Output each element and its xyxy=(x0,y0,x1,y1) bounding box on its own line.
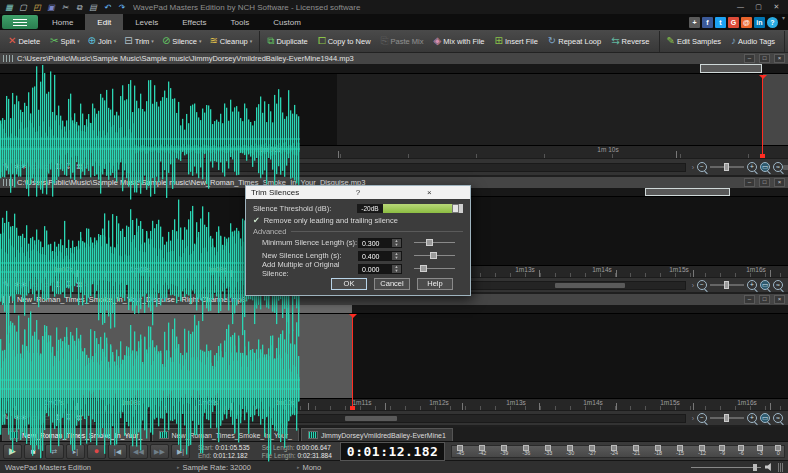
track-close-button[interactable]: × xyxy=(774,178,785,187)
minimize-button[interactable]: — xyxy=(732,1,749,13)
new-file-icon[interactable]: ▢ xyxy=(17,2,29,13)
dialog-title-bar[interactable]: Trim Silences ? × xyxy=(246,186,470,199)
spin-down-icon[interactable]: ▼ xyxy=(392,243,401,247)
ribbon-tab[interactable]: Edit xyxy=(85,14,123,30)
toolbar-button[interactable]: ▤ Regions ▾ xyxy=(784,31,788,52)
toolbar-button[interactable]: ◈ Mix with File xyxy=(430,31,491,52)
zoom-out-button[interactable]: − xyxy=(697,280,707,290)
ribbon-tab[interactable]: Levels xyxy=(123,14,170,30)
playhead-cursor[interactable] xyxy=(352,314,353,410)
dialog-help-icon[interactable]: ? xyxy=(322,188,393,197)
volume-slider[interactable] xyxy=(691,467,761,468)
scroll-right-arrow[interactable]: › xyxy=(692,281,694,290)
track-minimize-button[interactable]: – xyxy=(744,295,755,304)
paste-icon[interactable]: ▤ xyxy=(87,2,99,13)
toolbar-button[interactable]: ⎘ Paste Mix xyxy=(377,31,430,52)
zoom-selection-button[interactable]: ▭ xyxy=(760,162,770,172)
copy-icon[interactable]: ⧉ xyxy=(73,2,85,13)
ribbon-tab[interactable]: Tools xyxy=(219,14,262,30)
zoom-out-button[interactable]: − xyxy=(697,162,707,172)
scroll-right-arrow[interactable]: › xyxy=(692,163,694,172)
ribbon-tab[interactable]: Custom xyxy=(261,14,313,30)
toolbar-button[interactable]: ♪ Audio Tags xyxy=(727,31,781,52)
toolbar-button[interactable]: ↻ Repeat Loop xyxy=(544,31,607,52)
overview-window-indicator[interactable] xyxy=(700,64,762,73)
scrollbar-thumb[interactable] xyxy=(345,416,397,421)
speaker-icon[interactable] xyxy=(765,463,774,472)
toolbar-button[interactable]: ⧠ Copy to New xyxy=(314,31,377,52)
toolbar-button[interactable]: ⧉ Duplicate xyxy=(259,31,313,52)
zoom-controls: − + ▭ ≈ xyxy=(697,280,785,290)
track-close-button[interactable]: × xyxy=(774,295,785,304)
threshold-slider-handle[interactable] xyxy=(452,204,459,213)
cut-icon[interactable]: ✂ xyxy=(59,2,71,13)
toolbar-button[interactable]: ⊟ Trim ▾ xyxy=(120,31,158,52)
track-minimize-button[interactable]: – xyxy=(744,54,755,63)
dialog-close-icon[interactable]: × xyxy=(394,188,465,197)
track-3-waveform[interactable] xyxy=(0,314,788,398)
toolbar-button[interactable]: ≋ Cleanup ▾ xyxy=(205,31,256,52)
zoom-out-button[interactable]: − xyxy=(697,413,707,423)
scrollbar-thumb[interactable] xyxy=(555,283,625,288)
track-3-overview[interactable] xyxy=(0,305,788,314)
new-silence-slider[interactable] xyxy=(414,255,455,256)
ribbon-tab[interactable]: Home xyxy=(40,14,85,30)
zoom-full-button[interactable]: ≈ xyxy=(773,162,783,172)
toolbar-button[interactable]: ⊘ Silence ▾ xyxy=(158,31,206,52)
social-more-icon[interactable]: ▾ xyxy=(782,14,785,30)
track-maximize-button[interactable]: □ xyxy=(759,178,770,187)
track-maximize-button[interactable]: □ xyxy=(759,295,770,304)
zoom-in-button[interactable]: + xyxy=(747,280,757,290)
track-maximize-button[interactable]: □ xyxy=(759,54,770,63)
playhead-cursor[interactable] xyxy=(762,75,763,158)
track-minimize-button[interactable]: – xyxy=(744,178,755,187)
track-close-button[interactable]: × xyxy=(774,54,785,63)
track-1-waveform[interactable] xyxy=(0,74,788,145)
app-icon[interactable]: ▦ xyxy=(3,2,15,13)
redo-icon[interactable]: ↷ xyxy=(115,2,127,13)
toolbar-button[interactable]: ⇆ Reverse xyxy=(607,31,655,52)
maximize-button[interactable]: ▢ xyxy=(750,1,767,13)
spin-down-icon[interactable]: ▼ xyxy=(392,256,401,260)
toolbar-icon: ⊕ xyxy=(88,36,96,46)
zoom-full-button[interactable]: ≈ xyxy=(773,280,783,290)
zoom-in-button[interactable]: + xyxy=(747,162,757,172)
add-multiple-slider[interactable] xyxy=(414,268,455,269)
min-silence-input[interactable]: 0.300 ▲▼ xyxy=(358,238,402,248)
overview-window-indicator[interactable] xyxy=(645,188,730,196)
save-icon[interactable]: ▣ xyxy=(45,2,57,13)
zoom-slider[interactable] xyxy=(710,166,744,168)
help-button[interactable]: Help xyxy=(417,278,453,290)
scrollbar-thumb[interactable] xyxy=(783,165,788,170)
toolbar-button[interactable]: ✂ Split ▾ xyxy=(46,31,84,52)
track-1-overview[interactable] xyxy=(0,64,788,74)
zoom-selection-button[interactable]: ▭ xyxy=(760,413,770,423)
toolbar-button[interactable]: ⊕ Join ▾ xyxy=(84,31,121,52)
doc-tab-3[interactable]: JimmyDorseyVmildredBailey-EverMine1 xyxy=(301,428,453,441)
zoom-slider[interactable] xyxy=(710,284,744,286)
new-silence-input[interactable]: 0.400 ▲▼ xyxy=(358,251,402,261)
open-file-icon[interactable]: ◰ xyxy=(31,2,43,13)
ribbon-tab[interactable]: Effects xyxy=(170,14,218,30)
add-multiple-input[interactable]: 0.000 ▲▼ xyxy=(358,264,402,274)
ok-button[interactable]: OK xyxy=(331,278,367,290)
zoom-selection-button[interactable]: ▭ xyxy=(760,280,770,290)
channel-mode-selector[interactable]: ▸ Mono xyxy=(297,463,321,472)
close-button[interactable]: ✕ xyxy=(768,1,785,13)
cancel-button[interactable]: Cancel xyxy=(374,278,410,290)
spin-down-icon[interactable]: ▼ xyxy=(392,269,401,273)
zoom-full-button[interactable]: ≈ xyxy=(773,413,783,423)
toolbar-button[interactable]: ✎ Edit Samples xyxy=(659,31,728,52)
threshold-slider[interactable]: -20dB xyxy=(357,204,463,213)
toolbar-icon: ≋ xyxy=(209,36,217,46)
zoom-slider[interactable] xyxy=(710,417,744,419)
zoom-in-button[interactable]: + xyxy=(747,413,757,423)
toolbar-button[interactable]: ✕ Delete xyxy=(4,31,46,52)
leading-trailing-checkbox[interactable]: ✔ Remove only leading and trailing silen… xyxy=(253,215,463,226)
undo-icon[interactable]: ↶ xyxy=(101,2,113,13)
zoom-controls: − + ▭ ≈ xyxy=(697,162,785,172)
toolbar-button[interactable]: ⊞ Insert File xyxy=(491,31,544,52)
main-menu-button[interactable] xyxy=(2,15,38,29)
min-silence-slider[interactable] xyxy=(414,242,455,243)
scroll-right-arrow[interactable]: › xyxy=(692,414,694,423)
